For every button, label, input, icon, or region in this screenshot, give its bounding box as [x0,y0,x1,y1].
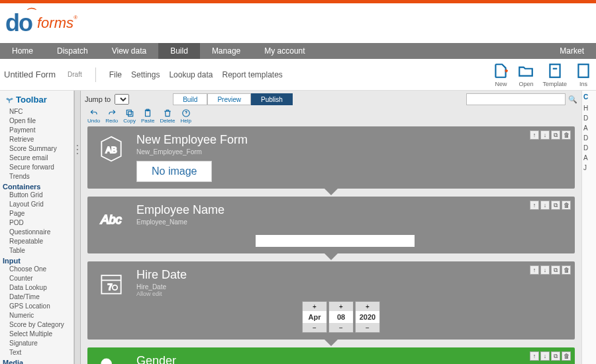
toolbar-item[interactable]: Trends [3,172,74,181]
wizard-publish[interactable]: Publish [251,93,293,105]
card-tool-3[interactable]: 🗑 [562,201,571,210]
card-tool-3[interactable]: 🗑 [562,351,571,361]
date-spinner: +Apr−+08−+2020− [302,301,567,333]
card-connector [324,189,338,195]
date-icon: 7 [95,268,127,300]
card-tool-1[interactable]: ↓ [540,265,550,275]
card-tool-2[interactable]: ⧉ [551,351,560,361]
toolbar-item[interactable]: Page [3,209,74,218]
card-tool-2[interactable]: ⧉ [551,130,560,140]
card-sub2: Allow edit [136,291,567,297]
form-card-choice[interactable]: GenderGenderTurn off selection outline↑↓… [87,347,575,364]
delete-action[interactable]: Delete [160,109,175,124]
nav-viewdata[interactable]: View data [100,43,158,59]
toolbar-item[interactable]: NFC [3,107,74,116]
nav-market[interactable]: Market [548,43,596,59]
wizard-preview[interactable]: Preview [207,93,251,105]
date-y-down[interactable]: − [356,323,379,332]
card-tool-2[interactable]: ⧉ [551,265,560,275]
text-icon: Abc [95,203,127,235]
toolbar-item[interactable]: Counter [3,274,74,283]
card-tool-2[interactable]: ⧉ [551,201,560,210]
sidebar-resize-handle[interactable]: ••• [74,91,81,364]
card-title: New Employee Form [136,133,567,147]
sub-bar: Untitled Form Draft File Settings Lookup… [0,59,596,91]
template-button[interactable]: Template [542,62,567,87]
toolbar-item[interactable]: Signature [3,339,74,348]
toolbar-item[interactable]: Secure forward [3,163,74,172]
card-title: Employee Name [136,203,567,217]
toolbar-item[interactable]: Layout Grid [3,200,74,209]
nav-dispatch[interactable]: Dispatch [45,43,100,59]
toolbar-item[interactable]: Choose One [3,265,74,274]
card-title: Gender [136,354,567,364]
card-tool-0[interactable]: ↑ [530,201,539,210]
form-card-date[interactable]: 7Hire DateHire_DateAllow edit+Apr−+08−+2… [87,261,575,340]
insert-button[interactable]: Ins [575,62,592,87]
card-tool-0[interactable]: ↑ [530,351,539,361]
toolbar-item[interactable]: GPS Location [3,302,74,311]
properties-panel: CHDADDAJ [581,91,596,364]
toolbar-category: Input [3,257,74,265]
date-y-up[interactable]: + [356,302,379,311]
copy-action[interactable]: Copy [123,109,136,124]
form-card-form[interactable]: ABNew Employee FormNew_Employee_FormNo i… [87,126,575,189]
toolbar-item[interactable]: Button Grid [3,191,74,200]
nav-myaccount[interactable]: My account [252,43,317,59]
logo[interactable]: do⌒ forms® [5,9,77,37]
redo-action[interactable]: Redo [105,109,118,124]
toolbar-item[interactable]: Repeatable [3,237,74,246]
date-m-down[interactable]: − [303,323,326,332]
jump-select[interactable] [115,94,129,105]
search-icon[interactable]: 🔍 [568,95,577,104]
undo-action[interactable]: Undo [87,109,100,124]
date-y-value: 2020 [356,311,379,323]
open-button[interactable]: Open [517,62,534,87]
search-input[interactable] [466,93,566,105]
date-d-up[interactable]: + [329,302,353,311]
employee-name-input[interactable] [256,235,415,247]
logo-do: do⌒ [5,9,32,37]
toolbar-item[interactable]: Text [3,348,74,357]
form-icon: AB [95,133,127,165]
toolbar-item[interactable]: Table [3,246,74,255]
toolbar-panel: Toolbar NFCOpen filePaymentRetrieveScore… [0,91,74,364]
date-d-down[interactable]: − [329,323,353,332]
rail-item: D [582,133,596,143]
toolbar-item[interactable]: Open file [3,116,74,126]
card-tool-1[interactable]: ↓ [540,130,550,140]
toolbar-item[interactable]: Questionnaire [3,228,74,237]
toolbar-item[interactable]: Numeric [3,311,74,320]
date-m-up[interactable]: + [303,302,326,311]
menu-lookup[interactable]: Lookup data [169,70,213,79]
menu-reports[interactable]: Report templates [222,70,282,79]
card-tool-0[interactable]: ↑ [530,130,539,140]
nav-home[interactable]: Home [0,43,45,59]
paste-action[interactable]: Paste [141,109,154,124]
toolbar-item[interactable]: Data Lookup [3,283,74,293]
rail-item: H [582,103,596,113]
card-tool-1[interactable]: ↓ [540,201,550,210]
card-tool-1[interactable]: ↓ [540,351,550,361]
menu-file[interactable]: File [109,70,122,79]
svg-point-13 [101,359,111,365]
form-card-text[interactable]: AbcEmployee NameEmployee_Name↑↓⧉🗑 [87,197,575,253]
nav-build[interactable]: Build [158,43,200,59]
new-button[interactable]: New [492,62,509,87]
nav-manage[interactable]: Manage [200,43,252,59]
toolbar-item[interactable]: Payment [3,126,74,135]
card-tool-3[interactable]: 🗑 [562,130,571,140]
toolbar-item[interactable]: Select Multiple [3,330,74,339]
toolbar-item[interactable]: POD [3,218,74,228]
wizard-build[interactable]: Build [173,93,207,105]
toolbar-item[interactable]: Retrieve [3,135,74,144]
toolbar-item[interactable]: Score Summary [3,144,74,154]
logo-arc-icon: ⌒ [26,7,36,21]
toolbar-item[interactable]: Secure email [3,154,74,163]
card-tool-3[interactable]: 🗑 [562,265,571,275]
toolbar-item[interactable]: Score by Category [3,320,74,330]
menu-settings[interactable]: Settings [131,70,160,79]
help-action[interactable]: Help [181,109,191,124]
card-tool-0[interactable]: ↑ [530,265,539,275]
toolbar-item[interactable]: Date/Time [3,293,74,302]
